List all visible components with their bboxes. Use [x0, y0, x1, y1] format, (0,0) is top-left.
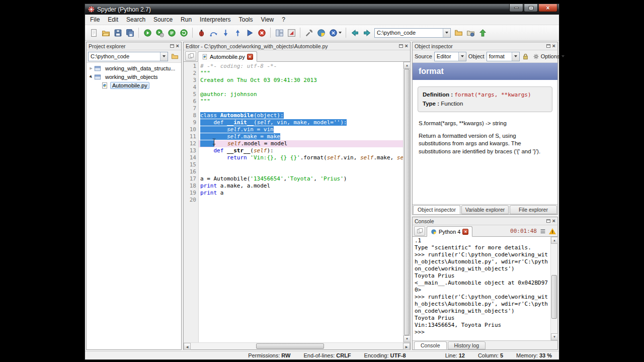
save-all-button[interactable]: [124, 27, 136, 39]
project-path-combo[interactable]: C:\python_code: [88, 52, 168, 61]
close-button[interactable]: ×: [538, 4, 557, 12]
layout-grid-button[interactable]: [273, 27, 285, 39]
chevron-down-icon[interactable]: [160, 52, 168, 61]
menu-file[interactable]: File: [86, 15, 104, 24]
tab-history-log[interactable]: History log: [448, 341, 486, 349]
minimize-button[interactable]: [509, 4, 523, 12]
line-number: 2: [184, 70, 196, 77]
tab-object-inspector[interactable]: Object inspector: [413, 205, 460, 214]
console-output[interactable]: .1Type "scientific" for more details.>>>…: [413, 237, 550, 340]
preferences-button[interactable]: [303, 27, 315, 39]
menu-tools[interactable]: Tools: [234, 15, 257, 24]
menu-edit[interactable]: Edit: [104, 15, 122, 24]
options-button[interactable]: Options: [531, 52, 566, 61]
title-bar[interactable]: Spyder (Python 2.7) ×: [85, 4, 559, 15]
browse-working-directory-button[interactable]: [452, 27, 464, 39]
scroll-up-arrow[interactable]: ▲: [551, 237, 558, 244]
spyder-logo-icon: [88, 6, 95, 13]
object-combo[interactable]: format: [487, 52, 520, 61]
tree-expand-icon[interactable]: ▶: [89, 66, 94, 70]
selection-highlight: def __init__(self, vin, make, model=''):: [200, 119, 347, 126]
scroll-right-arrow[interactable]: ▶: [403, 343, 410, 350]
tree-expand-icon[interactable]: ▶: [88, 73, 95, 80]
save-button[interactable]: [112, 27, 124, 39]
code-area[interactable]: # -*- coding: utf-8 -*-"""Created on Thu…: [199, 62, 403, 342]
source-combo[interactable]: Editor: [434, 52, 466, 61]
warning-icon: [549, 228, 556, 234]
scrollbar-thumb[interactable]: [404, 69, 410, 335]
step-over-button[interactable]: [207, 27, 219, 39]
maximize-pane-button[interactable]: [285, 27, 297, 39]
tree-item[interactable]: ▶working_with_objects: [87, 72, 181, 81]
open-file-button[interactable]: [100, 27, 112, 39]
line-number: 3: [184, 77, 196, 84]
undock-panel-icon[interactable]: [170, 44, 174, 48]
working-directory-combo[interactable]: C:\python_code: [374, 28, 451, 38]
set-console-directory-icon: [466, 29, 475, 37]
back-button[interactable]: [349, 27, 361, 39]
scrollbar-thumb[interactable]: [256, 343, 324, 349]
python-path-manager-icon: [317, 29, 326, 37]
code-line: [199, 84, 403, 91]
save-icon: [114, 29, 122, 37]
parent-directory-button[interactable]: [476, 27, 489, 39]
console-tab-python4[interactable]: Python 4 ×: [427, 226, 472, 237]
menu-source[interactable]: Source: [149, 15, 177, 24]
scroll-left-arrow[interactable]: ◀: [184, 343, 191, 350]
step-into-button[interactable]: [219, 27, 231, 39]
package-icon: [94, 65, 102, 72]
scroll-up-arrow[interactable]: ▲: [404, 62, 411, 69]
new-file-button[interactable]: [88, 27, 100, 39]
run-settings-button[interactable]: [153, 27, 166, 39]
tree-item[interactable]: ▶working_with_data_structu...: [87, 64, 181, 72]
debug-continue-button[interactable]: [244, 27, 256, 39]
undock-panel-icon[interactable]: [546, 44, 550, 48]
undock-panel-icon[interactable]: [546, 219, 550, 223]
python-path-manager-button[interactable]: [315, 27, 327, 39]
menu-help[interactable]: ?: [278, 15, 289, 24]
undock-panel-icon[interactable]: [399, 44, 403, 48]
scroll-down-arrow[interactable]: ▼: [404, 335, 411, 342]
stop-button[interactable]: [256, 27, 268, 39]
close-panel-icon[interactable]: ×: [552, 218, 555, 224]
close-console-tab-button[interactable]: ×: [462, 229, 468, 235]
chevron-down-icon[interactable]: [512, 52, 519, 61]
forward-button[interactable]: [361, 27, 373, 39]
debug-button[interactable]: [195, 27, 207, 39]
close-panel-icon[interactable]: ×: [176, 43, 179, 49]
menu-search[interactable]: Search: [122, 15, 149, 24]
close-panel-icon[interactable]: ×: [552, 43, 555, 49]
scroll-down-arrow[interactable]: ▼: [551, 333, 558, 340]
menu-run[interactable]: Run: [177, 15, 196, 24]
scrollbar-thumb[interactable]: [551, 275, 557, 319]
rerun-button[interactable]: [178, 27, 190, 39]
editor-tab-automobile[interactable]: Automobile.py ×: [198, 51, 257, 62]
run-selection-button[interactable]: [166, 27, 178, 39]
console-options-icon[interactable]: [538, 227, 547, 236]
console-line: .1: [415, 237, 550, 244]
close-tab-button[interactable]: ×: [247, 54, 253, 60]
lock-button[interactable]: [522, 51, 529, 61]
close-panel-icon[interactable]: ×: [405, 43, 408, 49]
project-explorer-panel: Project explorer × C:\python_code ▶worki…: [86, 42, 182, 350]
console-menu-button[interactable]: [414, 226, 425, 236]
chevron-down-icon[interactable]: [458, 52, 466, 61]
editor-vertical-scrollbar[interactable]: ▲ ▼: [403, 62, 410, 342]
chevron-down-icon[interactable]: [443, 29, 450, 37]
editor-horizontal-scrollbar[interactable]: ◀ ▶: [184, 342, 410, 349]
tree-item[interactable]: Automobile.py: [87, 81, 181, 89]
interpreter-button[interactable]: [327, 27, 343, 39]
interpreter-icon: [329, 29, 338, 37]
console-scrollbar[interactable]: ▲ ▼: [550, 237, 557, 340]
browse-project-folder-button[interactable]: [170, 51, 180, 61]
menu-view[interactable]: View: [257, 15, 278, 24]
maximize-button[interactable]: [524, 4, 538, 12]
tab-variable-explorer[interactable]: Variable explorer: [461, 205, 509, 214]
menu-interpreters[interactable]: Interpreters: [196, 15, 234, 24]
run-button[interactable]: [141, 27, 153, 39]
tab-file-explorer[interactable]: File explorer: [510, 205, 557, 214]
step-out-button[interactable]: [231, 27, 244, 39]
browse-tabs-button[interactable]: [185, 51, 196, 61]
tab-console[interactable]: Console: [414, 341, 447, 349]
set-console-directory-button[interactable]: [464, 27, 476, 39]
